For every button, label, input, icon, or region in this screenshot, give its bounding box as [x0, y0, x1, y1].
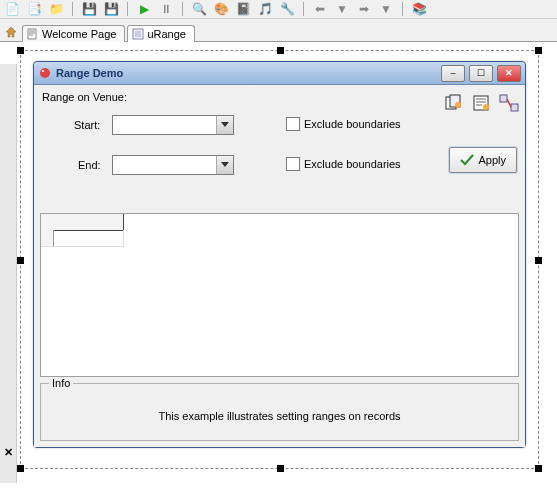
- link-icon[interactable]: [496, 91, 521, 115]
- book-icon[interactable]: 📓: [235, 1, 251, 17]
- checkbox-icon: [286, 117, 300, 131]
- nav-up-icon[interactable]: ▼: [378, 1, 394, 17]
- tab-label: Welcome Page: [42, 28, 116, 40]
- exclude-start-checkbox[interactable]: Exclude boundaries: [286, 117, 401, 131]
- tool-icon[interactable]: 🔧: [279, 1, 295, 17]
- tab-welcome[interactable]: Welcome Page: [22, 25, 125, 42]
- detail-icon[interactable]: [469, 91, 494, 115]
- grid-cell: [53, 230, 124, 247]
- end-label: End:: [78, 159, 101, 171]
- info-text: This example illustrates setting ranges …: [41, 384, 518, 422]
- grid-column-header[interactable]: [41, 214, 124, 231]
- window-client: Range on Venue: Start: Exclude boundarie…: [34, 85, 525, 447]
- cards-icon[interactable]: [442, 91, 467, 115]
- svg-point-7: [455, 102, 461, 108]
- svg-point-9: [483, 104, 489, 110]
- exclude-end-label: Exclude boundaries: [304, 158, 401, 170]
- app-icon: [38, 66, 52, 80]
- maximize-button[interactable]: ☐: [469, 65, 493, 82]
- close-gutter-icon[interactable]: ✕: [4, 446, 13, 459]
- designer-surface: ✕ Range Demo – ☐ ✕ Range on Venue: Start…: [0, 42, 557, 501]
- right-dotted-panel: Apply: [442, 89, 519, 179]
- nav-down-icon[interactable]: ▼: [334, 1, 350, 17]
- info-panel: Info This example illustrates setting ra…: [40, 383, 519, 441]
- tab-urange[interactable]: uRange: [127, 25, 195, 42]
- save-all-icon[interactable]: 💾: [103, 1, 119, 17]
- svg-rect-2: [135, 31, 141, 37]
- window-title: Range Demo: [56, 67, 437, 79]
- run-icon[interactable]: ▶: [136, 1, 152, 17]
- exclude-start-label: Exclude boundaries: [304, 118, 401, 130]
- palette-icon[interactable]: 🎨: [213, 1, 229, 17]
- stack-icon[interactable]: 📚: [411, 1, 427, 17]
- svg-rect-10: [500, 95, 507, 102]
- svg-point-3: [40, 68, 50, 78]
- music-icon[interactable]: 🎵: [257, 1, 273, 17]
- tab-label: uRange: [147, 28, 186, 40]
- start-label: Start:: [74, 119, 100, 131]
- apply-label: Apply: [478, 154, 506, 166]
- view-icon[interactable]: 🔍: [191, 1, 207, 17]
- svg-point-4: [42, 70, 44, 72]
- page-icon: [27, 28, 39, 40]
- svg-rect-11: [511, 104, 518, 111]
- titlebar[interactable]: Range Demo – ☐ ✕: [34, 62, 525, 85]
- info-title: Info: [49, 377, 73, 389]
- chevron-down-icon[interactable]: [216, 116, 233, 134]
- main-toolbar: 📄 📑 📁 💾 💾 ▶ ⏸ 🔍 🎨 📓 🎵 🔧 ⬅ ▼ ➡ ▼ 📚: [0, 0, 557, 19]
- apply-button[interactable]: Apply: [449, 147, 517, 173]
- unit-icon: [132, 28, 144, 40]
- form-container: Range Demo – ☐ ✕ Range on Venue: Start: …: [20, 50, 539, 469]
- start-combo[interactable]: [112, 115, 234, 135]
- save-icon[interactable]: 💾: [81, 1, 97, 17]
- new-doc-icon[interactable]: 📄: [4, 1, 20, 17]
- exclude-end-checkbox[interactable]: Exclude boundaries: [286, 157, 401, 171]
- range-demo-window: Range Demo – ☐ ✕ Range on Venue: Start: …: [33, 61, 526, 448]
- home-icon[interactable]: [2, 23, 20, 41]
- nav-right-icon[interactable]: ➡: [356, 1, 372, 17]
- checkbox-icon: [286, 157, 300, 171]
- designer-gutter: ✕: [0, 64, 17, 483]
- check-icon: [460, 154, 474, 166]
- nav-left-icon[interactable]: ⬅: [312, 1, 328, 17]
- pause-icon[interactable]: ⏸: [158, 1, 174, 17]
- folder-icon[interactable]: 📁: [48, 1, 64, 17]
- group-label: Range on Venue:: [42, 91, 127, 103]
- tab-bar: Welcome Page uRange: [0, 19, 557, 42]
- end-combo[interactable]: [112, 155, 234, 175]
- close-button[interactable]: ✕: [497, 65, 521, 82]
- new-multi-icon[interactable]: 📑: [26, 1, 42, 17]
- chevron-down-icon[interactable]: [216, 156, 233, 174]
- data-grid[interactable]: [40, 213, 519, 377]
- minimize-button[interactable]: –: [441, 65, 465, 82]
